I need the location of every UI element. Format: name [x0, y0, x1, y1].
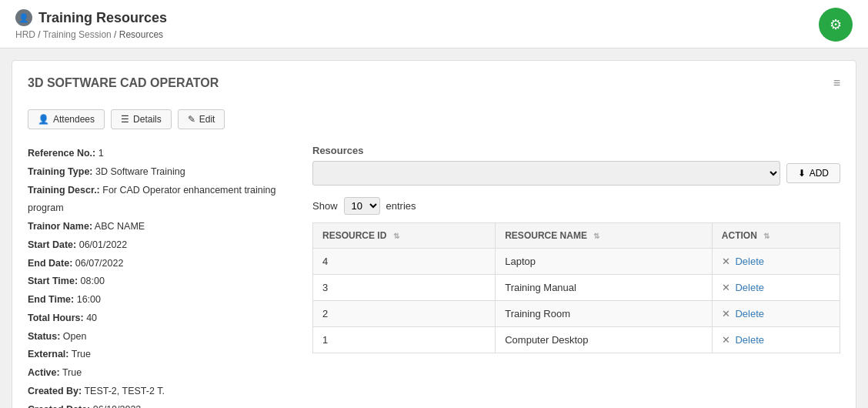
cell-id: 2: [313, 301, 496, 327]
page-title: Training Resources: [38, 10, 167, 26]
table-row: 4 Laptop ✕ Delete: [313, 249, 840, 275]
breadcrumb-training-session[interactable]: Training Session: [43, 29, 112, 40]
sort-icon-action[interactable]: ⇅: [763, 232, 770, 240]
resources-select[interactable]: [312, 161, 780, 186]
created-date-row: Created Date: 06/10/2022: [28, 401, 289, 409]
toolbar: 👤 Attendees ☰ Details ✎ Edit: [28, 109, 840, 129]
cell-name: Training Manual: [496, 275, 713, 301]
edit-button[interactable]: ✎ Edit: [178, 109, 225, 129]
end-time-row: End Time: 16:00: [28, 291, 289, 309]
header-left: 👤 Training Resources HRD / Training Sess…: [15, 9, 167, 40]
end-date-row: End Date: 06/07/2022: [28, 255, 289, 273]
training-type-row: Training Type: 3D Software Training: [28, 163, 289, 182]
section-header: 3D SOFTWARE CAD OPERATOR ≡: [28, 76, 840, 98]
cell-id: 1: [313, 327, 496, 353]
resources-panel: Resources ⬇ ADD Show 10 25 50 entries: [312, 145, 840, 408]
section-menu-icon[interactable]: ≡: [833, 76, 840, 90]
table-header: RESOURCE ID ⇅ RESOURCE NAME ⇅ ACTION ⇅: [313, 223, 840, 249]
page-header: 👤 Training Resources HRD / Training Sess…: [0, 0, 868, 48]
trainor-name-row: Trainor Name: ABC NAME: [28, 218, 289, 236]
section-title-text: 3D SOFTWARE CAD OPERATOR: [28, 76, 219, 90]
title-row: 👤 Training Resources: [15, 9, 167, 26]
delete-x-icon: ✕: [722, 334, 730, 346]
delete-x-icon: ✕: [722, 282, 730, 293]
gear-button[interactable]: ⚙: [819, 8, 853, 42]
info-block: Reference No.: 1 Training Type: 3D Softw…: [28, 145, 289, 408]
breadcrumb-hrd[interactable]: HRD: [15, 29, 35, 40]
table-row: 2 Training Room ✕ Delete: [313, 301, 840, 327]
edit-icon: ✎: [188, 114, 195, 125]
delete-x-icon: ✕: [722, 256, 730, 267]
cell-action: ✕ Delete: [712, 327, 840, 353]
breadcrumb: HRD / Training Session / Resources: [15, 29, 167, 40]
title-icon: 👤: [15, 9, 32, 26]
table-row: 3 Training Manual ✕ Delete: [313, 275, 840, 301]
sort-icon-id[interactable]: ⇅: [393, 232, 399, 240]
status-row: Status: Open: [28, 328, 289, 346]
cell-action: ✕ Delete: [712, 301, 840, 327]
delete-link[interactable]: Delete: [735, 282, 764, 293]
active-row: Active: True: [28, 364, 289, 383]
cell-name: Laptop: [496, 249, 713, 275]
start-date-row: Start Date: 06/01/2022: [28, 236, 289, 255]
add-icon: ⬇: [798, 168, 806, 179]
col-action: ACTION ⇅: [712, 223, 840, 249]
delete-link[interactable]: Delete: [735, 256, 764, 267]
breadcrumb-resources: Resources: [119, 29, 163, 40]
table-row: 1 Computer Desktop ✕ Delete: [313, 327, 840, 353]
main-content: 3D SOFTWARE CAD OPERATOR ≡ 👤 Attendees ☰…: [12, 60, 856, 408]
cell-name: Training Room: [496, 301, 713, 327]
two-col-layout: Reference No.: 1 Training Type: 3D Softw…: [28, 145, 840, 408]
cell-id: 4: [313, 249, 496, 275]
info-panel: Reference No.: 1 Training Type: 3D Softw…: [28, 145, 289, 408]
total-hours-row: Total Hours: 40: [28, 309, 289, 328]
col-resource-name: RESOURCE NAME ⇅: [496, 223, 713, 249]
start-time-row: Start Time: 08:00: [28, 273, 289, 291]
details-icon: ☰: [121, 114, 129, 125]
add-button[interactable]: ⬇ ADD: [786, 163, 840, 183]
resources-input-row: ⬇ ADD: [312, 161, 840, 186]
details-button[interactable]: ☰ Details: [111, 109, 172, 129]
show-entries: Show 10 25 50 entries: [312, 197, 840, 215]
attendees-button[interactable]: 👤 Attendees: [28, 109, 105, 129]
created-by-row: Created By: TEST-2, TEST-2 T.: [28, 383, 289, 401]
cell-action: ✕ Delete: [712, 249, 840, 275]
resources-label: Resources: [312, 145, 840, 156]
resources-table: RESOURCE ID ⇅ RESOURCE NAME ⇅ ACTION ⇅: [312, 222, 840, 353]
table-body: 4 Laptop ✕ Delete 3 Training Manual ✕ De…: [313, 249, 840, 353]
training-descr-row: Training Descr.: For CAD Operator enhanc…: [28, 182, 289, 219]
attendees-icon: 👤: [38, 114, 49, 125]
sort-icon-name[interactable]: ⇅: [593, 232, 599, 240]
cell-name: Computer Desktop: [496, 327, 713, 353]
delete-link[interactable]: Delete: [735, 308, 764, 319]
col-resource-id: RESOURCE ID ⇅: [313, 223, 496, 249]
external-row: External: True: [28, 346, 289, 364]
reference-no-row: Reference No.: 1: [28, 145, 289, 163]
delete-link[interactable]: Delete: [735, 334, 764, 346]
cell-id: 3: [313, 275, 496, 301]
entries-select[interactable]: 10 25 50: [344, 197, 380, 215]
cell-action: ✕ Delete: [712, 275, 840, 301]
delete-x-icon: ✕: [722, 308, 730, 319]
